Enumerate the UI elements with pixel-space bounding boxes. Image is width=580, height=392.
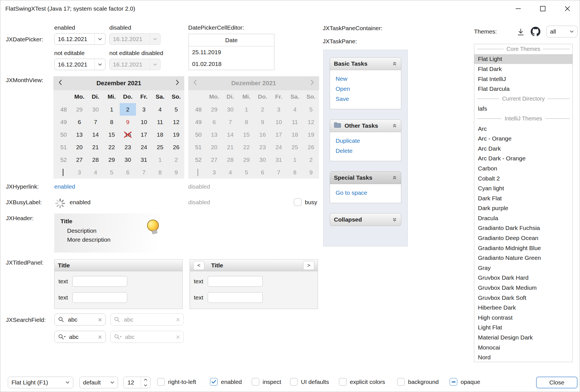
table-row[interactable]: 25.11.2019 xyxy=(189,46,274,58)
day-cell[interactable]: 7 xyxy=(136,166,152,179)
previous-month-button[interactable] xyxy=(58,79,62,87)
checkbox-background[interactable]: background xyxy=(397,378,439,386)
day-cell[interactable]: 6 xyxy=(120,166,136,179)
day-cell[interactable]: 2 xyxy=(168,153,184,166)
checkbox-right-to-left[interactable]: right-to-left xyxy=(157,378,196,386)
theme-list-item[interactable]: Gradianto Nature Green xyxy=(474,253,572,263)
minimize-button[interactable] xyxy=(506,0,531,17)
theme-list-item[interactable]: Material Design Dark xyxy=(474,332,572,343)
day-cell[interactable]: 30 xyxy=(88,103,104,116)
day-cell[interactable]: 1 xyxy=(103,103,120,116)
day-cell[interactable]: 29 xyxy=(71,103,88,116)
panel-left-button[interactable]: < xyxy=(193,261,204,270)
text-field[interactable] xyxy=(72,276,127,287)
themes-filter-combo[interactable]: all xyxy=(546,26,577,37)
close-button[interactable]: Close xyxy=(536,377,577,388)
task-link[interactable]: Duplicate xyxy=(330,136,401,146)
day-cell[interactable]: 25 xyxy=(152,141,168,153)
text-field[interactable] xyxy=(208,276,263,287)
day-cell[interactable]: 12 xyxy=(168,116,184,128)
close-window-button[interactable] xyxy=(555,0,580,17)
datepicker-dropdown-button[interactable] xyxy=(95,34,105,44)
checkbox-inspect[interactable]: inspect xyxy=(252,378,281,386)
theme-list-item[interactable]: Light Flat xyxy=(474,323,572,333)
task-pane-header[interactable]: Basic Tasks xyxy=(330,57,401,70)
task-link[interactable]: Go to space xyxy=(330,188,401,198)
checkbox-opaque[interactable]: opaque xyxy=(450,378,480,386)
spinner-down-button[interactable] xyxy=(141,383,150,388)
hyperlink-enabled[interactable]: enabled xyxy=(54,183,75,190)
day-cell[interactable]: 19 xyxy=(168,128,184,141)
task-link[interactable]: New xyxy=(330,74,401,84)
theme-list-item[interactable]: Flat IntelliJ xyxy=(474,74,572,84)
table-row[interactable]: 01.02.2018 xyxy=(189,58,274,70)
checkbox-enabled[interactable]: enabled xyxy=(210,378,242,386)
datepicker-enabled[interactable]: 16.12.2021 xyxy=(54,33,105,45)
day-cell[interactable]: 21 xyxy=(88,141,104,153)
theme-list-item[interactable]: Gray xyxy=(474,263,572,273)
task-link[interactable]: Open xyxy=(330,84,401,94)
day-cell[interactable]: 3 xyxy=(71,166,88,179)
text-field[interactable] xyxy=(208,292,263,303)
day-cell[interactable]: 30 xyxy=(120,153,136,166)
day-cell[interactable]: 4 xyxy=(152,103,168,116)
theme-list-item[interactable]: Gradianto Midnight Blue xyxy=(474,243,572,253)
day-cell[interactable]: 26 xyxy=(168,141,184,153)
day-cell[interactable]: 18 xyxy=(152,128,168,141)
text-field[interactable] xyxy=(72,292,127,303)
theme-list-item[interactable]: Nord xyxy=(474,352,572,362)
theme-list-item[interactable]: Monocai xyxy=(474,343,572,353)
search-field[interactable]: abc × xyxy=(54,313,106,326)
theme-list-item[interactable]: Cyan light xyxy=(474,183,572,193)
theme-list-item[interactable]: Flat Dark xyxy=(474,64,572,74)
theme-list-item[interactable]: Dark purple xyxy=(474,203,572,213)
theme-list-item[interactable]: Arc Dark - Orange xyxy=(474,154,572,164)
theme-list-item[interactable]: Dracula xyxy=(474,213,572,223)
day-cell[interactable]: 8 xyxy=(152,166,168,179)
checkbox-explicit-colors[interactable]: explicit colors xyxy=(339,378,385,386)
checkbox-busy[interactable]: busy xyxy=(294,198,317,206)
task-link[interactable]: Save xyxy=(330,94,401,104)
theme-list-item[interactable]: Dark Flat xyxy=(474,193,572,203)
day-cell[interactable]: 24 xyxy=(136,141,152,153)
day-cell[interactable]: 29 xyxy=(103,153,120,166)
theme-list-item[interactable]: Arc xyxy=(474,124,572,134)
panel-right-button[interactable]: > xyxy=(303,261,314,270)
themes-list[interactable]: Core ThemesFlat LightFlat DarkFlat Intel… xyxy=(474,44,573,362)
datepicker-not-editable[interactable]: 16.12.2021 xyxy=(54,59,105,70)
day-cell[interactable]: 20 xyxy=(71,141,88,153)
day-cell[interactable]: 15 xyxy=(103,128,120,141)
day-cell[interactable]: 10 xyxy=(136,116,152,128)
theme-list-item[interactable]: Arc - Orange xyxy=(474,134,572,144)
task-pane-header[interactable]: Special Tasks xyxy=(330,171,401,184)
day-cell[interactable]: 23 xyxy=(120,141,136,153)
day-cell[interactable]: 16 xyxy=(120,128,136,141)
clear-icon[interactable]: × xyxy=(98,333,102,341)
checkbox-ui-defaults[interactable]: UI defaults xyxy=(290,378,329,386)
next-month-button[interactable] xyxy=(176,79,179,87)
laf-combo[interactable]: Flat Light (F1) xyxy=(8,377,73,388)
task-pane-header[interactable]: Other Tasks xyxy=(330,119,401,132)
day-cell[interactable]: 5 xyxy=(168,103,184,116)
theme-list-item[interactable]: Gruvbox Dark Hard xyxy=(474,273,572,283)
maximize-button[interactable] xyxy=(531,0,555,17)
theme-list-item[interactable]: Cobalt 2 xyxy=(474,174,572,184)
theme-list-item[interactable]: High contrast xyxy=(474,313,572,323)
day-cell[interactable]: 31 xyxy=(136,153,152,166)
day-cell[interactable]: 22 xyxy=(103,141,120,153)
datepicker-dropdown-button[interactable] xyxy=(95,59,105,70)
day-cell[interactable]: 7 xyxy=(88,116,104,128)
theme-list-item[interactable]: Flat Light xyxy=(474,54,572,64)
github-icon[interactable] xyxy=(531,27,541,38)
day-cell[interactable]: 3 xyxy=(136,103,152,116)
theme-list-item[interactable]: Gradianto Dark Fuchsia xyxy=(474,223,572,233)
task-pane-header[interactable]: Collapsed xyxy=(330,213,401,226)
theme-list-item[interactable]: lafs xyxy=(474,104,572,114)
day-cell[interactable]: 9 xyxy=(168,166,184,179)
day-cell[interactable]: 11 xyxy=(152,116,168,128)
day-cell[interactable]: 17 xyxy=(136,128,152,141)
theme-list-item[interactable]: Flat Darcula xyxy=(474,84,572,94)
theme-list-item[interactable]: Gradianto Deep Ocean xyxy=(474,233,572,243)
day-cell[interactable]: 2 xyxy=(120,103,136,116)
theme-list-item[interactable]: Carbon xyxy=(474,163,572,174)
